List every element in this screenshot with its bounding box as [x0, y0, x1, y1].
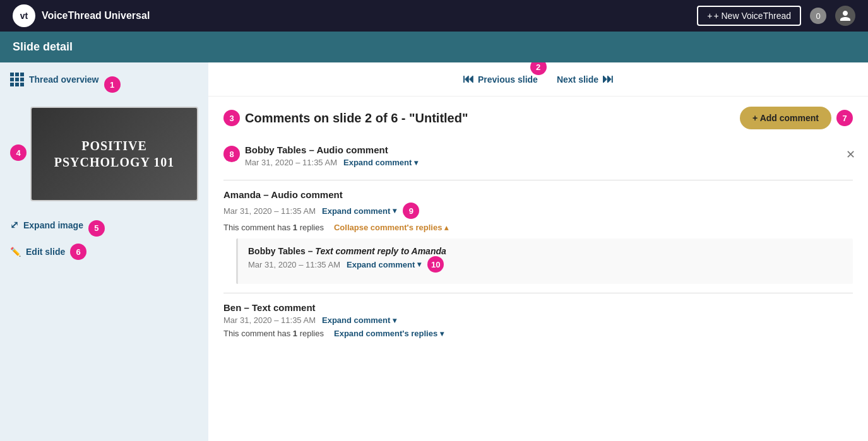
- badge-9: 9: [403, 203, 419, 219]
- main-layout: Thread overview 1 4 Positive Psychology …: [0, 62, 868, 441]
- content-area: ⏮ Previous slide 2 Next slide ⏭ ✕ 3 Comm…: [208, 62, 868, 441]
- badge-5: 5: [88, 220, 105, 237]
- chevron-down-icon: ▾: [393, 206, 396, 215]
- notification-badge[interactable]: 0: [810, 8, 826, 24]
- badge-1: 1: [104, 76, 121, 93]
- badge-8: 8: [223, 146, 240, 162]
- comment-meta: Mar 31, 2020 – 11:35 AM Expand comment ▾…: [223, 203, 853, 219]
- expand-image-button[interactable]: ⤢ Expand image: [10, 219, 83, 231]
- next-slide-button[interactable]: Next slide ⏭: [557, 73, 614, 86]
- expand-comment-link[interactable]: Expand comment ▾: [343, 158, 418, 167]
- avatar[interactable]: [835, 6, 855, 26]
- sidebar: Thread overview 1 4 Positive Psychology …: [0, 62, 208, 441]
- next-icon: ⏭: [602, 73, 614, 86]
- vt-logo: vt: [13, 4, 35, 27]
- chevron-down-icon: ▾: [414, 158, 418, 167]
- comment-meta: Mar 31, 2020 – 11:35 AM Expand comment ▾: [245, 158, 418, 167]
- replies-meta: This comment has 1 replies Collapse comm…: [223, 223, 853, 232]
- grid-icon: [10, 73, 24, 86]
- reply-block: Bobby Tables – Text comment reply to Ama…: [236, 238, 853, 284]
- expand-icon: ⤢: [10, 219, 18, 231]
- subheader: Slide detail: [0, 32, 868, 62]
- previous-slide-button[interactable]: ⏮ Previous slide: [463, 73, 538, 86]
- close-button[interactable]: ✕: [846, 148, 855, 162]
- comment-block: 8 Bobby Tables – Audio comment Mar 31, 2…: [223, 136, 853, 180]
- page-title: Slide detail: [13, 40, 73, 53]
- slide-title: Positive Psychology 101: [48, 131, 181, 177]
- comment-meta: Mar 31, 2020 – 11:35 AM Expand comment ▾: [223, 315, 853, 325]
- plus-icon: +: [707, 11, 712, 21]
- comment-author: Bobby Tables – Audio comment: [245, 144, 418, 155]
- pencil-icon: ✏️: [10, 247, 21, 257]
- chevron-down-icon: ▾: [440, 329, 444, 338]
- add-comment-button[interactable]: + Add comment: [740, 107, 831, 129]
- reply-author: Bobby Tables – Text comment reply to Ama…: [248, 246, 446, 256]
- thread-overview-label: Thread overview: [29, 74, 99, 85]
- comments-header: 3 Comments on slide 2 of 6 - "Untitled" …: [208, 97, 868, 136]
- reply-meta: Mar 31, 2020 – 11:35 AM Expand comment ▾…: [248, 256, 446, 273]
- chevron-down-icon: ▾: [393, 316, 396, 325]
- navbar-right: + + New VoiceThread 0: [697, 6, 855, 26]
- expand-comment-link[interactable]: Expand comment ▾: [322, 206, 396, 216]
- prev-icon: ⏮: [463, 73, 474, 86]
- thread-overview-link[interactable]: Thread overview: [10, 73, 99, 86]
- comments-title: Comments on slide 2 of 6 - "Untitled": [245, 111, 468, 126]
- slide-nav-wrapper: ⏮ Previous slide 2 Next slide ⏭ ✕: [208, 62, 868, 97]
- badge-10: 10: [427, 256, 444, 273]
- badge-3: 3: [223, 110, 240, 126]
- badge-4: 4: [10, 144, 27, 161]
- navbar: vt VoiceThread Universal + + New VoiceTh…: [0, 0, 868, 32]
- comment-author: Amanda – Audio comment: [223, 189, 853, 200]
- badge-7: 7: [836, 110, 853, 126]
- badge-2: 2: [530, 62, 547, 75]
- comment-block: Amanda – Audio comment Mar 31, 2020 – 11…: [223, 180, 853, 293]
- replies-meta: This comment has 1 replies Expand commen…: [223, 329, 853, 338]
- comments-list: 8 Bobby Tables – Audio comment Mar 31, 2…: [208, 136, 868, 360]
- edit-slide-button[interactable]: ✏️ Edit slide: [10, 247, 65, 257]
- navbar-left: vt VoiceThread Universal: [13, 4, 150, 27]
- slide-nav: ⏮ Previous slide 2 Next slide ⏭: [208, 62, 868, 97]
- navbar-title: VoiceThread Universal: [42, 10, 150, 21]
- expand-replies-link[interactable]: Expand comment's replies ▾: [334, 329, 444, 338]
- chevron-up-icon: ▴: [444, 223, 448, 232]
- comment-block: Ben – Text comment Mar 31, 2020 – 11:35 …: [223, 293, 853, 347]
- new-voicethread-button[interactable]: + + New VoiceThread: [697, 6, 801, 26]
- expand-comment-link[interactable]: Expand comment ▾: [322, 315, 396, 325]
- comment-author: Ben – Text comment: [223, 302, 853, 313]
- collapse-replies-link[interactable]: Collapse comment's replies ▴: [334, 223, 448, 232]
- expand-reply-link[interactable]: Expand comment ▾: [347, 260, 421, 269]
- badge-6: 6: [70, 244, 86, 260]
- slide-thumbnail: Positive Psychology 101: [30, 107, 198, 201]
- chevron-down-icon: ▾: [417, 260, 421, 269]
